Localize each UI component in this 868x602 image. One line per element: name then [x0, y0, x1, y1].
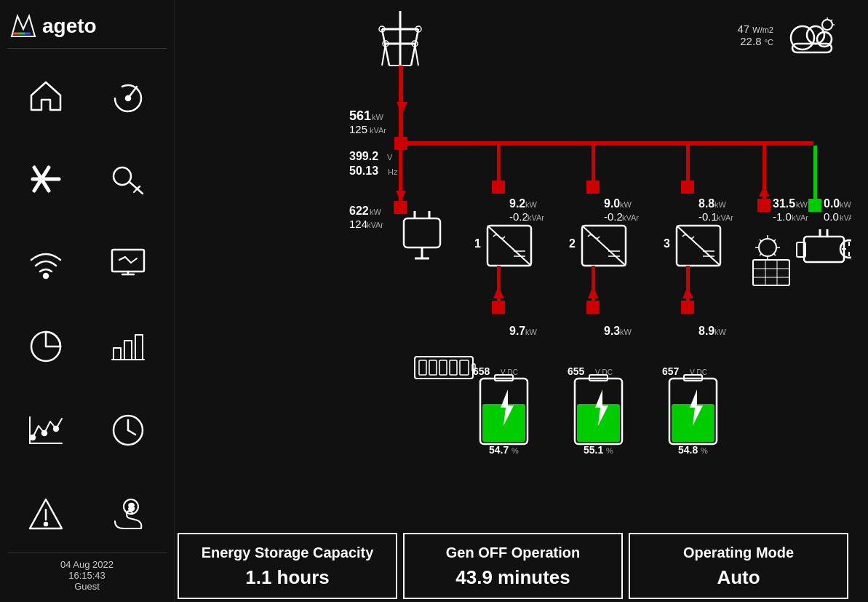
generator-icon [797, 229, 851, 262]
svg-point-30 [31, 435, 35, 440]
svg-text:3: 3 [664, 237, 670, 250]
svg-text:kW: kW [620, 200, 632, 209]
inverter-1-icon: 1 [474, 226, 531, 266]
svg-text:54.8: 54.8 [678, 444, 698, 456]
nav-home[interactable] [7, 56, 84, 134]
home-icon [27, 76, 65, 114]
svg-text:%: % [511, 446, 519, 455]
pie-chart-icon [27, 328, 65, 365]
svg-rect-163 [804, 237, 844, 262]
user-display: Guest [7, 581, 167, 592]
line-v-inv1-top [497, 146, 501, 182]
svg-text:31.5: 31.5 [773, 197, 795, 210]
svg-text:kW: kW [840, 200, 851, 209]
solar-panel-icon [753, 235, 789, 285]
info-box-gen-off[interactable]: Gen OFF Operation 43.9 minutes [403, 533, 623, 599]
key-icon [109, 160, 147, 198]
inverter-2-icon: 2 [569, 226, 626, 266]
svg-rect-137 [439, 360, 447, 375]
datetime: 04 Aug 2022 16:15:43 Guest [7, 553, 167, 595]
wifi-icon [27, 244, 65, 282]
grid-kw-label: 561 [349, 108, 371, 123]
arrow-up-solar [759, 186, 770, 197]
red-sq-inv2-bot [586, 301, 600, 314]
settings-icon [27, 160, 65, 198]
info-box-energy-storage[interactable]: Energy Storage Capacity 1.1 hours [178, 533, 397, 599]
svg-text:kVAr: kVAr [792, 213, 808, 222]
nav-settings[interactable] [7, 140, 84, 218]
svg-text:kVAr: kVAr [717, 213, 733, 222]
svg-text:54.7: 54.7 [489, 444, 509, 456]
svg-text:kW: kW [372, 113, 384, 122]
svg-rect-136 [429, 360, 437, 375]
energy-storage-title: Energy Storage Capacity [188, 543, 387, 562]
svg-text:kW: kW [525, 328, 538, 336]
svg-text:9.0: 9.0 [604, 197, 620, 210]
svg-line-11 [130, 182, 143, 194]
svg-rect-138 [450, 360, 457, 375]
svg-rect-25 [124, 341, 132, 360]
nav-clock[interactable] [90, 391, 167, 469]
red-sq-inv3-bot [681, 301, 694, 314]
info-box-operating-mode[interactable]: Operating Mode Auto [629, 533, 848, 599]
svg-point-14 [44, 274, 48, 278]
svg-text:kW: kW [796, 200, 808, 209]
bus-bar-main [399, 141, 813, 146]
logo-text: ageto [42, 15, 97, 38]
svg-line-152 [760, 253, 762, 256]
logo: ageto [7, 7, 167, 49]
svg-text:kW: kW [714, 328, 727, 336]
bar-chart-icon [109, 328, 147, 365]
svg-text:kVAr: kVAr [840, 213, 851, 222]
pylon-icon [379, 11, 421, 66]
nav-dashboard[interactable] [90, 56, 167, 134]
gen-off-title: Gen OFF Operation [413, 543, 613, 562]
dashboard-icon [109, 76, 147, 114]
nav-monitor[interactable] [90, 223, 167, 301]
nav-key[interactable] [90, 140, 167, 218]
arrow-down-load [396, 191, 406, 202]
svg-text:-0.2: -0.2 [604, 210, 623, 223]
svg-text:399.2: 399.2 [349, 150, 378, 162]
svg-text:%: % [701, 446, 708, 455]
svg-point-32 [54, 427, 58, 431]
svg-rect-72 [404, 218, 440, 247]
clock-icon [109, 411, 147, 449]
svg-text:-1.0: -1.0 [773, 210, 792, 223]
svg-text:2: 2 [569, 237, 576, 250]
arrow-up-inv3-bot [682, 286, 693, 298]
nav-line-chart[interactable] [7, 391, 84, 469]
svg-text:124: 124 [349, 218, 367, 230]
nav-cost[interactable]: $ [90, 475, 167, 553]
arrow-down-pylon [397, 102, 407, 115]
topology-diagram: 561 kW 125 kVAr 399.2 V 50.13 Hz 622 kW … [175, 0, 851, 473]
nav-bar-chart[interactable] [90, 307, 167, 385]
svg-text:9.7: 9.7 [509, 325, 525, 337]
red-sq-inv1-bot [492, 301, 505, 314]
bms-icon [415, 357, 475, 379]
warning-icon [27, 495, 65, 533]
operating-mode-title: Operating Mode [639, 543, 838, 562]
line-chart-icon [27, 411, 65, 449]
plug-icon [404, 211, 440, 258]
nav-pie-chart[interactable] [7, 307, 84, 385]
inverter-3-icon: 3 [664, 226, 720, 266]
red-sq-solar-top [757, 199, 771, 212]
svg-text:655: 655 [568, 365, 585, 377]
svg-text:$: $ [129, 502, 135, 512]
svg-text:Hz: Hz [388, 167, 398, 176]
nav-wifi[interactable] [7, 223, 84, 301]
line-v-inv3-top [686, 146, 690, 182]
svg-line-20 [131, 258, 137, 263]
svg-text:622: 622 [349, 205, 369, 217]
line-v-inv2-top [592, 146, 595, 182]
battery-1-icon: 658 V DC [473, 365, 527, 444]
svg-point-31 [42, 431, 47, 435]
svg-text:8.8: 8.8 [698, 197, 714, 210]
svg-text:1: 1 [474, 237, 481, 250]
svg-line-35 [128, 430, 135, 435]
svg-text:kW: kW [620, 328, 632, 336]
svg-text:0.0: 0.0 [824, 197, 840, 210]
nav-warning[interactable] [7, 475, 84, 553]
nav-grid: $ [7, 56, 167, 553]
